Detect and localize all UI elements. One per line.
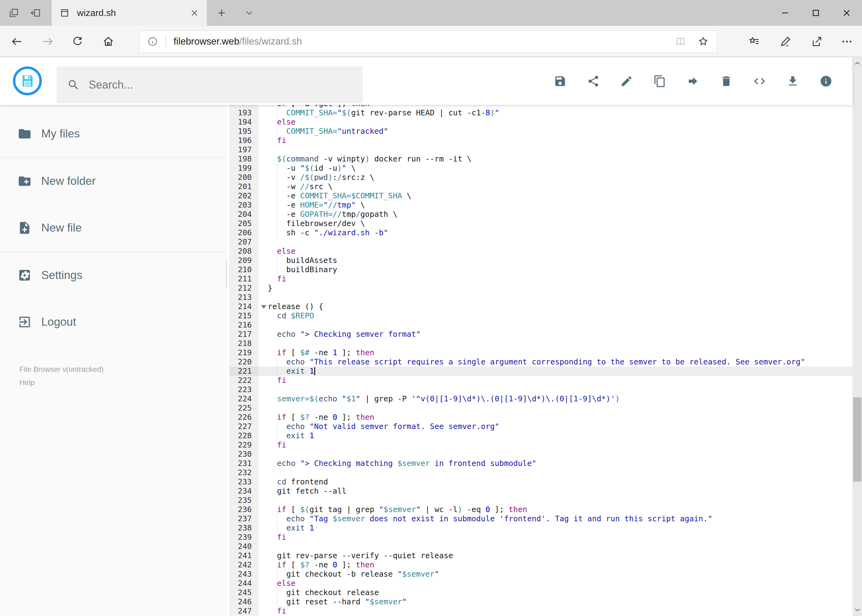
forward-button[interactable] [35, 28, 60, 55]
code-line-231[interactable]: echo "> Checking matching $semver in fro… [258, 459, 853, 468]
reading-view-button[interactable] [674, 36, 686, 47]
code-line-230[interactable] [258, 449, 853, 459]
code-line-247[interactable]: fi [258, 607, 853, 616]
code-line-235[interactable] [258, 496, 853, 505]
add-favorite-button[interactable] [697, 36, 709, 47]
toolbar-copy-button[interactable] [653, 75, 666, 88]
more-menu-button[interactable] [834, 28, 860, 55]
code-line-201[interactable]: -w //src \ [258, 182, 853, 191]
toolbar-download-button[interactable] [786, 75, 799, 88]
code-line-236[interactable]: if [ $(git tag | grep "$semver" | wc -l)… [258, 505, 853, 514]
search-input[interactable] [89, 79, 335, 91]
close-window-button[interactable] [831, 0, 862, 26]
code-line-215[interactable]: cd $REPO [258, 311, 853, 321]
new-tab-button[interactable] [210, 0, 233, 26]
code-line-228[interactable]: exit 1 [258, 431, 853, 440]
scroll-down-button[interactable] [853, 604, 862, 615]
toolbar-delete-button[interactable] [720, 75, 733, 88]
tab-preview-button[interactable] [3, 0, 25, 26]
code-line-232[interactable] [258, 468, 853, 477]
minimize-button[interactable] [770, 0, 801, 26]
code-line-192[interactable]: if [ -d .git ]; then [258, 105, 853, 108]
code-line-237[interactable]: echo "Tag $semver does not exist in subm… [258, 514, 853, 523]
code-line-212[interactable]: } [258, 284, 853, 293]
scroll-up-button[interactable] [853, 58, 862, 69]
code-line-196[interactable]: fi [258, 136, 853, 145]
code-line-222[interactable]: fi [258, 376, 853, 385]
scrollbar-thumb[interactable] [853, 398, 861, 482]
code-line-229[interactable]: fi [258, 440, 853, 449]
code-line-210[interactable]: buildBinary [258, 265, 853, 274]
code-line-193[interactable]: COMMIT_SHA="$(git rev-parse HEAD | cut -… [258, 108, 853, 118]
code-line-243[interactable]: git checkout -b release "$semver" [258, 570, 853, 579]
toolbar-edit-button[interactable] [620, 75, 633, 88]
code-line-238[interactable]: exit 1 [258, 523, 853, 533]
code-line-214[interactable]: release () { [258, 302, 853, 311]
refresh-button[interactable] [65, 28, 90, 55]
site-info-icon[interactable] [147, 36, 158, 47]
code-line-217[interactable]: echo "> Checking semver format" [258, 330, 853, 339]
sidebar-item-new-file[interactable]: New file [0, 204, 227, 251]
toolbar-save-button[interactable] [554, 75, 567, 88]
browser-tab[interactable]: wizard.sh [52, 0, 207, 26]
toolbar-move-button[interactable] [687, 75, 700, 88]
code-line-195[interactable]: COMMIT_SHA="untracked" [258, 127, 853, 136]
code-line-241[interactable]: git rev-parse --verify --quiet release [258, 551, 853, 560]
code-line-239[interactable]: fi [258, 533, 853, 542]
code-line-245[interactable]: git checkout release [258, 588, 853, 597]
code-line-219[interactable]: if [ $# -ne 1 ]; then [258, 348, 853, 357]
code-line-194[interactable]: else [258, 118, 853, 127]
tab-list-button[interactable] [238, 0, 261, 26]
help-link[interactable]: Help [19, 376, 103, 389]
code-line-198[interactable]: $(command -v winpty) docker run --rm -it… [258, 154, 853, 163]
code-line-200[interactable]: -v /$(pwd):/src:z \ [258, 173, 853, 182]
code-line-208[interactable]: else [258, 247, 853, 256]
code-line-226[interactable]: if [ $? -ne 0 ]; then [258, 413, 853, 422]
sidebar-item-new-folder[interactable]: New folder [0, 158, 227, 204]
code-line-224[interactable]: semver=$(echo "$1" | grep -P '^v(0|[1-9]… [258, 394, 853, 404]
home-button[interactable] [96, 28, 121, 55]
toolbar-code-button[interactable] [753, 75, 766, 88]
sidebar-item-logout[interactable]: Logout [0, 299, 227, 346]
hub-button[interactable] [741, 28, 767, 55]
code-line-216[interactable] [258, 321, 853, 330]
code-line-225[interactable] [258, 404, 853, 413]
code-line-197[interactable] [258, 145, 853, 154]
code-line-240[interactable] [258, 542, 853, 551]
code-line-202[interactable]: -e COMMIT_SHA=$COMMIT_SHA \ [258, 191, 853, 201]
code-line-205[interactable]: filebrowser/dev \ [258, 219, 853, 228]
code-line-207[interactable] [258, 237, 853, 247]
code-line-218[interactable] [258, 339, 853, 348]
code-line-206[interactable]: sh -c "./wizard.sh -b" [258, 228, 853, 237]
filebrowser-logo[interactable] [13, 66, 42, 95]
code-line-234[interactable]: git fetch --all [258, 487, 853, 496]
sidebar-item-settings[interactable]: Settings [0, 252, 227, 299]
vertical-scrollbar[interactable] [853, 57, 862, 616]
code-line-246[interactable]: git reset --hard "$semver" [258, 597, 853, 607]
tab-close-button[interactable] [190, 9, 199, 17]
url-field[interactable]: filebrowser.web /files/wizard.sh [139, 30, 717, 53]
code-editor[interactable]: 1931941951961971981992002012022032042052… [227, 105, 853, 616]
code-line-211[interactable]: fi [258, 274, 853, 284]
code-line-223[interactable] [258, 385, 853, 394]
code-line-244[interactable]: else [258, 579, 853, 588]
back-button[interactable] [5, 28, 29, 55]
code-line-199[interactable]: -u "$(id -u)" \ [258, 163, 853, 173]
maximize-button[interactable] [801, 0, 831, 26]
share-button[interactable] [803, 28, 830, 55]
code-line-242[interactable]: if [ $? -ne 0 ]; then [258, 560, 853, 570]
code-line-221[interactable]: exit 1 [258, 366, 853, 376]
code-line-204[interactable]: -e GOPATH=//tmp/gopath \ [258, 210, 853, 219]
code-line-220[interactable]: echo "This release script requires a sin… [258, 357, 853, 366]
code-line-233[interactable]: cd frontend [258, 477, 853, 487]
web-notes-button[interactable] [772, 28, 799, 55]
code-line-227[interactable]: echo "Not valid semver format. See semve… [258, 422, 853, 431]
set-tabs-aside-button[interactable] [25, 0, 46, 26]
code-line-209[interactable]: buildAssets [258, 256, 853, 265]
code-line-213[interactable] [258, 293, 853, 302]
toolbar-share-button[interactable] [587, 75, 600, 88]
code-line-203[interactable]: -e HOME="//tmp" \ [258, 201, 853, 210]
search-bar[interactable] [57, 66, 363, 103]
sidebar-item-my-files[interactable]: My files [0, 110, 227, 157]
toolbar-info-button[interactable] [819, 75, 832, 88]
